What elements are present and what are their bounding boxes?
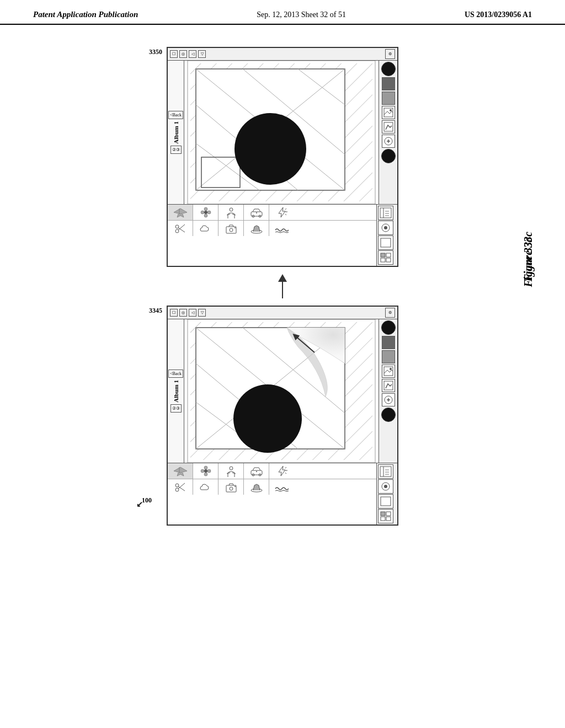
topbar-icon-1[interactable]: ☐ — [170, 50, 178, 58]
right-btn-1[interactable] — [378, 206, 393, 220]
top-device-frame: ☐ ◎ ◁ ▽ ⚙ <Back Album 1 ②③ — [167, 47, 398, 267]
ref-3350: 3350 — [149, 48, 162, 56]
bottom-tool-btn-3[interactable] — [382, 350, 395, 363]
bottom-tool-airplane[interactable] — [168, 463, 193, 479]
svg-point-67 — [230, 467, 233, 470]
svg-point-79 — [230, 487, 233, 490]
svg-line-69 — [232, 473, 236, 474]
svg-point-64 — [204, 473, 207, 476]
right-btn-2[interactable] — [378, 221, 393, 235]
svg-point-65 — [201, 469, 204, 473]
top-device-right-sidebar — [379, 61, 397, 204]
bottom-topbar-icon-2[interactable]: ◎ — [179, 309, 187, 317]
topbar-settings-icon[interactable]: ⚙ — [385, 49, 395, 59]
svg-point-62 — [204, 469, 207, 473]
bottom-topbar-icon-1[interactable]: ☐ — [170, 309, 178, 317]
bottom-device-right-sidebar — [379, 319, 397, 463]
album-label-top: Album 1 — [173, 121, 179, 144]
svg-line-76 — [178, 483, 185, 489]
svg-rect-59 — [384, 381, 393, 390]
tool-btn-3[interactable] — [382, 92, 395, 105]
svg-rect-87 — [381, 512, 385, 516]
bottom-tool-btn-2[interactable] — [382, 336, 395, 349]
bottom-tool-cloud[interactable] — [193, 479, 218, 495]
bottom-device-left-sidebar: <Back Album 1 ②③ — [168, 319, 184, 463]
svg-rect-86 — [381, 497, 391, 506]
tool-camera[interactable] — [218, 221, 244, 236]
bottom-topbar-settings-icon[interactable]: ⚙ — [385, 308, 395, 318]
tool-wave[interactable] — [269, 221, 295, 236]
svg-rect-37 — [380, 208, 391, 218]
tool-airplane[interactable] — [168, 205, 193, 220]
tool-car[interactable] — [244, 205, 269, 220]
bottom-tool-btn-7[interactable] — [381, 408, 396, 422]
bottom-tool-person[interactable] — [218, 463, 244, 479]
bottom-device-area: 3345 100 ↙ ☐ ◎ ◁ ▽ ⚙ <Back Album 1 — [167, 306, 398, 526]
publication-label: Patent Application Publication — [33, 10, 138, 19]
svg-rect-42 — [381, 253, 385, 257]
bottom-back-button[interactable]: <Back — [168, 370, 183, 378]
bottom-tool-flower[interactable] — [193, 463, 218, 479]
svg-line-77 — [178, 486, 185, 491]
back-button[interactable]: <Back — [168, 111, 183, 119]
toolbar-row-2 — [168, 221, 376, 236]
bottom-device-topbar: ☐ ◎ ◁ ▽ ⚙ — [168, 307, 397, 319]
bottom-toolbar-icons — [168, 463, 376, 524]
tool-btn-7[interactable] — [381, 149, 396, 163]
topbar-icon-4[interactable]: ▽ — [198, 50, 206, 58]
bottom-right-btn-3[interactable] — [378, 494, 393, 508]
svg-rect-45 — [386, 258, 391, 262]
tool-cloud[interactable] — [193, 221, 218, 236]
bottom-tool-hat[interactable] — [244, 479, 269, 495]
bottom-right-btn-1[interactable] — [378, 464, 393, 479]
tool-btn-4[interactable] — [382, 106, 395, 119]
tool-btn-2[interactable] — [382, 77, 395, 90]
tool-btn-5[interactable] — [382, 120, 395, 133]
tool-person[interactable] — [218, 205, 244, 220]
arrow-indicator: ↙ — [136, 500, 143, 509]
bottom-right-btn-4[interactable] — [378, 509, 393, 523]
bottom-right-btn-2[interactable] — [378, 479, 393, 494]
right-btn-4[interactable] — [378, 250, 393, 265]
svg-point-58 — [390, 368, 392, 370]
tool-btn-6[interactable] — [382, 135, 395, 148]
bottom-tool-scissors[interactable] — [168, 479, 193, 495]
tool-hat[interactable] — [244, 221, 269, 236]
bottom-device-toolbar — [168, 463, 397, 524]
svg-point-19 — [204, 214, 207, 217]
tool-btn-1[interactable] — [381, 62, 396, 76]
bottom-tool-lightning[interactable] — [269, 463, 295, 479]
top-device-main: <Back Album 1 ②③ — [168, 61, 397, 204]
bottom-toolbar-right-panel — [376, 463, 397, 524]
top-device-canvas — [184, 61, 379, 204]
bottom-device-canvas — [184, 319, 379, 463]
bottom-tool-btn-1[interactable] — [381, 320, 396, 335]
bottom-tool-camera[interactable] — [218, 479, 244, 495]
bottom-canvas-svg — [184, 319, 379, 463]
svg-point-80 — [234, 486, 236, 487]
top-device-toolbar — [168, 204, 397, 266]
ref-3345: 3345 — [149, 307, 162, 315]
bottom-toolbar-row-2 — [168, 479, 376, 495]
topbar-icon-2[interactable]: ◎ — [179, 50, 187, 58]
bottom-tool-wave[interactable] — [269, 479, 295, 495]
bottom-tool-btn-5[interactable] — [382, 379, 395, 392]
svg-point-18 — [204, 207, 207, 211]
topbar-icon-3[interactable]: ◁ — [189, 50, 196, 58]
counter-top: ②③ — [170, 146, 182, 154]
right-btn-3[interactable] — [378, 235, 393, 250]
svg-point-11 — [234, 113, 306, 185]
svg-rect-89 — [381, 517, 385, 521]
album-label-bottom: Album 1 — [173, 380, 179, 403]
top-device-left-sidebar: <Back Album 1 ②③ — [168, 61, 184, 204]
bottom-topbar-icon-3[interactable]: ◁ — [189, 309, 196, 317]
tool-scissors[interactable] — [168, 221, 193, 236]
bottom-tool-car[interactable] — [244, 463, 269, 479]
bottom-topbar-icon-4[interactable]: ▽ — [198, 309, 206, 317]
bottom-tool-btn-4[interactable] — [382, 365, 395, 378]
svg-point-17 — [204, 211, 207, 214]
page-header: Patent Application Publication Sep. 12, … — [0, 0, 565, 25]
bottom-tool-btn-6[interactable] — [382, 393, 395, 406]
tool-lightning[interactable] — [269, 205, 295, 220]
tool-flower[interactable] — [193, 205, 218, 220]
